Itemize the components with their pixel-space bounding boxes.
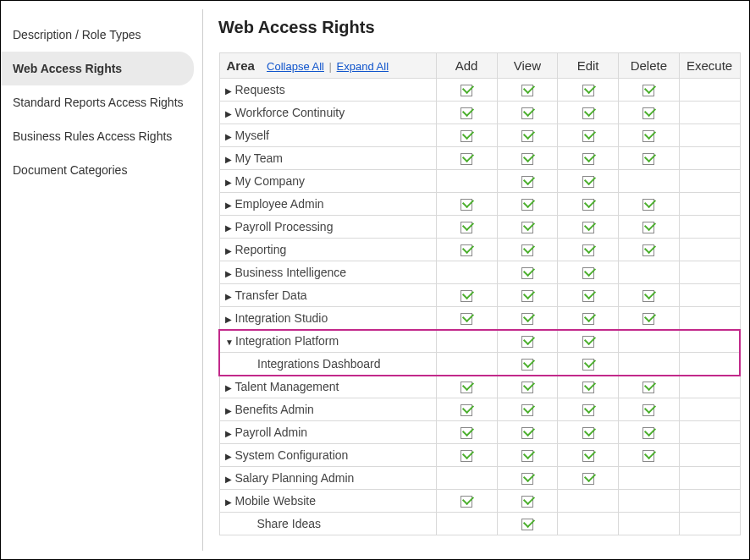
- chevron-right-icon[interactable]: ▶: [225, 475, 234, 484]
- chevron-right-icon[interactable]: ▶: [225, 383, 234, 393]
- area-label[interactable]: Myself: [235, 129, 269, 142]
- area-label[interactable]: System Configuration: [235, 448, 349, 462]
- chevron-right-icon[interactable]: ▶: [225, 178, 234, 187]
- checkbox-view[interactable]: [521, 85, 533, 96]
- checkbox-delete[interactable]: [642, 153, 654, 165]
- checkbox-edit[interactable]: [582, 427, 594, 439]
- area-label[interactable]: Reporting: [235, 243, 287, 256]
- checkbox-delete[interactable]: [642, 290, 654, 302]
- checkbox-delete[interactable]: [642, 244, 654, 256]
- chevron-right-icon[interactable]: ▶: [225, 497, 234, 507]
- checkbox-view[interactable]: [521, 130, 533, 142]
- checkbox-view[interactable]: [521, 244, 533, 256]
- checkbox-edit[interactable]: [582, 359, 594, 371]
- checkbox-add[interactable]: [460, 427, 472, 439]
- checkbox-delete[interactable]: [642, 130, 654, 142]
- checkbox-view[interactable]: [521, 199, 533, 211]
- checkbox-edit[interactable]: [582, 267, 594, 279]
- checkbox-add[interactable]: [460, 222, 472, 233]
- collapse-all-link[interactable]: Collapse All: [267, 60, 324, 73]
- chevron-right-icon[interactable]: ▶: [225, 132, 234, 141]
- chevron-right-icon[interactable]: ▶: [225, 246, 234, 255]
- checkbox-view[interactable]: [521, 382, 533, 393]
- checkbox-edit[interactable]: [582, 85, 594, 96]
- checkbox-add[interactable]: [460, 153, 472, 165]
- checkbox-add[interactable]: [460, 107, 472, 119]
- chevron-right-icon[interactable]: ▶: [225, 429, 234, 438]
- sidebar-item-standard-reports-access-rights[interactable]: Standard Reports Access Rights: [1, 85, 202, 119]
- expand-all-link[interactable]: Expand All: [337, 60, 389, 73]
- checkbox-add[interactable]: [460, 199, 472, 211]
- checkbox-view[interactable]: [521, 427, 533, 439]
- checkbox-edit[interactable]: [582, 153, 594, 165]
- checkbox-view[interactable]: [521, 313, 533, 325]
- area-label[interactable]: Mobile Website: [235, 494, 316, 508]
- chevron-right-icon[interactable]: ▶: [225, 109, 234, 118]
- checkbox-edit[interactable]: [582, 404, 594, 416]
- checkbox-edit[interactable]: [582, 313, 594, 325]
- checkbox-edit[interactable]: [582, 244, 594, 256]
- checkbox-add[interactable]: [460, 404, 472, 416]
- checkbox-edit[interactable]: [582, 107, 594, 119]
- sidebar-item-document-categories[interactable]: Document Categories: [1, 153, 202, 187]
- checkbox-view[interactable]: [521, 176, 533, 188]
- checkbox-view[interactable]: [521, 222, 533, 233]
- checkbox-add[interactable]: [460, 450, 472, 462]
- area-label[interactable]: Payroll Processing: [235, 220, 334, 233]
- area-label[interactable]: Employee Admin: [235, 197, 324, 211]
- area-label[interactable]: Payroll Admin: [235, 425, 308, 439]
- chevron-right-icon[interactable]: ▶: [225, 200, 234, 210]
- checkbox-view[interactable]: [521, 404, 533, 416]
- checkbox-view[interactable]: [521, 519, 533, 530]
- checkbox-view[interactable]: [521, 359, 533, 371]
- chevron-right-icon[interactable]: ▶: [225, 223, 234, 233]
- area-label[interactable]: Workforce Continuity: [235, 106, 345, 119]
- checkbox-edit[interactable]: [582, 336, 594, 348]
- checkbox-edit[interactable]: [582, 130, 594, 142]
- area-label[interactable]: Business Intelligence: [235, 266, 347, 279]
- checkbox-add[interactable]: [460, 244, 472, 256]
- area-label[interactable]: Benefits Admin: [235, 403, 314, 416]
- checkbox-delete[interactable]: [642, 199, 654, 211]
- chevron-right-icon[interactable]: ▶: [225, 86, 234, 96]
- checkbox-view[interactable]: [521, 153, 533, 165]
- checkbox-edit[interactable]: [582, 473, 594, 485]
- area-label[interactable]: My Company: [235, 174, 305, 188]
- checkbox-delete[interactable]: [642, 313, 654, 325]
- area-label[interactable]: Requests: [235, 83, 285, 96]
- checkbox-delete[interactable]: [642, 427, 654, 439]
- checkbox-delete[interactable]: [642, 382, 654, 393]
- checkbox-edit[interactable]: [582, 176, 594, 188]
- checkbox-add[interactable]: [460, 496, 472, 508]
- checkbox-edit[interactable]: [582, 382, 594, 393]
- checkbox-view[interactable]: [521, 107, 533, 119]
- checkbox-view[interactable]: [521, 473, 533, 485]
- checkbox-view[interactable]: [521, 290, 533, 302]
- sidebar-item-description-role-types[interactable]: Description / Role Types: [1, 18, 202, 52]
- checkbox-view[interactable]: [521, 496, 533, 508]
- checkbox-delete[interactable]: [642, 450, 654, 462]
- checkbox-delete[interactable]: [642, 107, 654, 119]
- checkbox-add[interactable]: [460, 85, 472, 96]
- chevron-right-icon[interactable]: ▶: [225, 452, 234, 461]
- area-label[interactable]: My Team: [235, 151, 284, 165]
- sidebar-item-business-rules-access-rights[interactable]: Business Rules Access Rights: [1, 119, 202, 153]
- area-label[interactable]: Salary Planning Admin: [235, 471, 355, 485]
- area-label[interactable]: Talent Management: [235, 380, 339, 393]
- checkbox-view[interactable]: [521, 450, 533, 462]
- chevron-right-icon[interactable]: ▶: [225, 269, 234, 278]
- checkbox-edit[interactable]: [582, 199, 594, 211]
- checkbox-view[interactable]: [521, 336, 533, 348]
- checkbox-edit[interactable]: [582, 450, 594, 462]
- checkbox-add[interactable]: [460, 290, 472, 302]
- area-label[interactable]: Transfer Data: [235, 288, 307, 302]
- checkbox-add[interactable]: [460, 313, 472, 325]
- checkbox-add[interactable]: [460, 382, 472, 393]
- checkbox-add[interactable]: [460, 130, 472, 142]
- checkbox-view[interactable]: [521, 267, 533, 279]
- chevron-right-icon[interactable]: ▶: [225, 292, 234, 301]
- chevron-down-icon[interactable]: ▼: [225, 338, 234, 347]
- area-label[interactable]: Integration Studio: [235, 311, 328, 325]
- checkbox-delete[interactable]: [642, 222, 654, 233]
- chevron-right-icon[interactable]: ▶: [225, 155, 234, 164]
